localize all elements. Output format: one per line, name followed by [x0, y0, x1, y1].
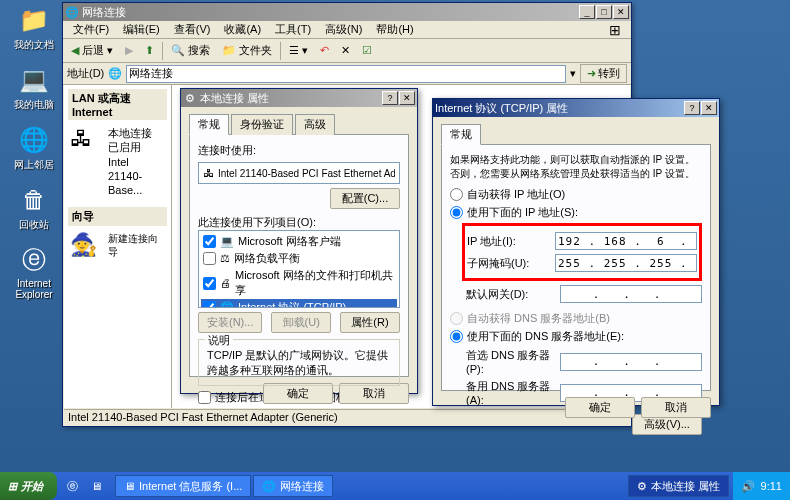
- delete-button[interactable]: ✕: [337, 42, 354, 59]
- connection-device: Intel 21140-Base...: [108, 155, 165, 198]
- properties-icon: ☑: [362, 44, 372, 57]
- component-icon: 🖨: [220, 277, 231, 289]
- dropdown-icon[interactable]: ▾: [570, 67, 576, 80]
- icon-label: Internet Explorer: [8, 278, 60, 300]
- desktop-icon-recycle[interactable]: 🗑回收站: [8, 184, 60, 232]
- close-button[interactable]: ✕: [701, 101, 717, 115]
- info-text: 如果网络支持此功能，则可以获取自动指派的 IP 设置。否则，您需要从网络系统管理…: [450, 153, 702, 181]
- titlebar[interactable]: Internet 协议 (TCP/IP) 属性 ? ✕: [433, 99, 719, 117]
- close-button[interactable]: ✕: [613, 5, 629, 19]
- task-button[interactable]: 🌐网络连接: [253, 475, 333, 497]
- desktop-icon-computer[interactable]: 💻我的电脑: [8, 64, 60, 112]
- side-panel: LAN 或高速 Internet 🖧 本地连接 已启用 Intel 21140-…: [64, 85, 172, 408]
- tab-general[interactable]: 常规: [189, 114, 229, 135]
- checkbox[interactable]: [203, 235, 216, 248]
- network-icon: 🌐: [108, 67, 122, 80]
- list-item[interactable]: 💻Microsoft 网络客户端: [201, 233, 397, 250]
- forward-button[interactable]: ▶: [121, 42, 137, 59]
- undo-icon: ↶: [320, 44, 329, 57]
- primary-dns-input[interactable]: [560, 353, 702, 371]
- task-icon: 🌐: [262, 480, 276, 493]
- back-button[interactable]: ◀后退▾: [67, 41, 117, 60]
- ql-ie[interactable]: ⓔ: [61, 475, 83, 497]
- icon-label: 网上邻居: [14, 158, 54, 172]
- gateway-input[interactable]: [560, 285, 702, 303]
- tab-general[interactable]: 常规: [441, 124, 481, 145]
- wizard-item[interactable]: 🧙 新建连接向导: [70, 232, 165, 258]
- use-dns-radio[interactable]: [450, 330, 463, 343]
- menu-file[interactable]: 文件(F): [67, 21, 115, 38]
- list-item[interactable]: 🖨Microsoft 网络的文件和打印机共享: [201, 267, 397, 299]
- help-button[interactable]: ?: [684, 101, 700, 115]
- ql-desktop[interactable]: 🖥: [85, 475, 107, 497]
- cancel-button[interactable]: 取消: [641, 397, 711, 418]
- minimize-button[interactable]: _: [579, 5, 595, 19]
- tab-advanced[interactable]: 高级: [295, 114, 335, 135]
- menu-view[interactable]: 查看(V): [168, 21, 217, 38]
- checkbox[interactable]: [203, 252, 216, 265]
- tab-auth[interactable]: 身份验证: [231, 114, 293, 135]
- menu-help[interactable]: 帮助(H): [370, 21, 419, 38]
- connection-properties-dialog: ⚙ 本地连接 属性 ? ✕ 常规 身份验证 高级 连接时使用: 🖧 Intel …: [180, 88, 418, 394]
- address-label: 地址(D): [67, 66, 104, 81]
- description-label: 说明: [205, 333, 233, 348]
- checkbox[interactable]: [203, 277, 216, 290]
- maximize-button[interactable]: □: [596, 5, 612, 19]
- start-button[interactable]: ⊞开始: [0, 472, 57, 500]
- alt-dns-label: 备用 DNS 服务器(A):: [466, 379, 554, 406]
- components-listbox[interactable]: 💻Microsoft 网络客户端 ⚖网络负载平衡 🖨Microsoft 网络的文…: [198, 230, 400, 308]
- address-input[interactable]: [126, 65, 566, 83]
- list-item-selected[interactable]: 🌐Internet 协议 (TCP/IP): [201, 299, 397, 308]
- address-bar: 地址(D) 🌐 ▾ ➜转到: [63, 63, 631, 85]
- configure-button[interactable]: 配置(C)...: [330, 188, 400, 209]
- task-button-active[interactable]: ⚙本地连接 属性: [628, 475, 729, 497]
- auto-dns-radio[interactable]: [450, 312, 463, 325]
- install-button[interactable]: 安装(N)...: [198, 312, 262, 333]
- computer-icon: 💻: [18, 64, 50, 96]
- menu-edit[interactable]: 编辑(E): [117, 21, 166, 38]
- auto-ip-radio[interactable]: [450, 188, 463, 201]
- views-button[interactable]: ☰▾: [285, 42, 312, 59]
- menu-advanced[interactable]: 高级(N): [319, 21, 368, 38]
- ip-address-input[interactable]: [555, 232, 697, 250]
- titlebar[interactable]: 🌐 网络连接 _ □ ✕: [63, 3, 631, 21]
- checkbox[interactable]: [203, 301, 216, 308]
- lan-header: LAN 或高速 Internet: [68, 89, 167, 120]
- show-icon-checkbox[interactable]: [198, 391, 211, 404]
- uninstall-button[interactable]: 卸载(U): [271, 312, 331, 333]
- properties-button[interactable]: ☑: [358, 42, 376, 59]
- close-button[interactable]: ✕: [399, 91, 415, 105]
- use-ip-radio[interactable]: [450, 206, 463, 219]
- help-button[interactable]: ?: [382, 91, 398, 105]
- wizard-icon: 🧙: [70, 232, 102, 258]
- tray-icon[interactable]: 🔊: [741, 480, 755, 493]
- desktop-icon-ie[interactable]: ⓔInternet Explorer: [8, 244, 60, 300]
- recycle-icon: 🗑: [18, 184, 50, 216]
- system-tray[interactable]: 🔊 9:11: [733, 472, 790, 500]
- properties-button[interactable]: 属性(R): [340, 312, 400, 333]
- chevron-down-icon: ▾: [107, 44, 113, 57]
- search-button[interactable]: 🔍搜索: [167, 41, 214, 60]
- titlebar[interactable]: ⚙ 本地连接 属性 ? ✕: [181, 89, 417, 107]
- tcpip-properties-dialog: Internet 协议 (TCP/IP) 属性 ? ✕ 常规 如果网络支持此功能…: [432, 98, 720, 406]
- desktop-icon-network[interactable]: 🌐网上邻居: [8, 124, 60, 172]
- connection-item[interactable]: 🖧 本地连接 已启用 Intel 21140-Base...: [70, 126, 165, 197]
- subnet-mask-input[interactable]: [555, 254, 697, 272]
- go-button[interactable]: ➜转到: [580, 64, 627, 83]
- list-item[interactable]: ⚖网络负载平衡: [201, 250, 397, 267]
- subnet-mask-label: 子网掩码(U):: [467, 256, 549, 271]
- up-button[interactable]: ⬆: [141, 42, 158, 59]
- ok-button[interactable]: 确定: [263, 383, 333, 404]
- dialog-title: 本地连接 属性: [200, 91, 382, 106]
- task-button[interactable]: 🖥Internet 信息服务 (I...: [115, 475, 251, 497]
- task-icon: 🖥: [124, 480, 135, 492]
- ok-button[interactable]: 确定: [565, 397, 635, 418]
- cancel-button[interactable]: 取消: [339, 383, 409, 404]
- desktop-icon-documents[interactable]: 📁我的文档: [8, 4, 60, 52]
- primary-dns-label: 首选 DNS 服务器(P):: [466, 348, 554, 375]
- undo-button[interactable]: ↶: [316, 42, 333, 59]
- ip-address-label: IP 地址(I):: [467, 234, 549, 249]
- folders-button[interactable]: 📁文件夹: [218, 41, 276, 60]
- menu-tools[interactable]: 工具(T): [269, 21, 317, 38]
- menu-favorites[interactable]: 收藏(A): [218, 21, 267, 38]
